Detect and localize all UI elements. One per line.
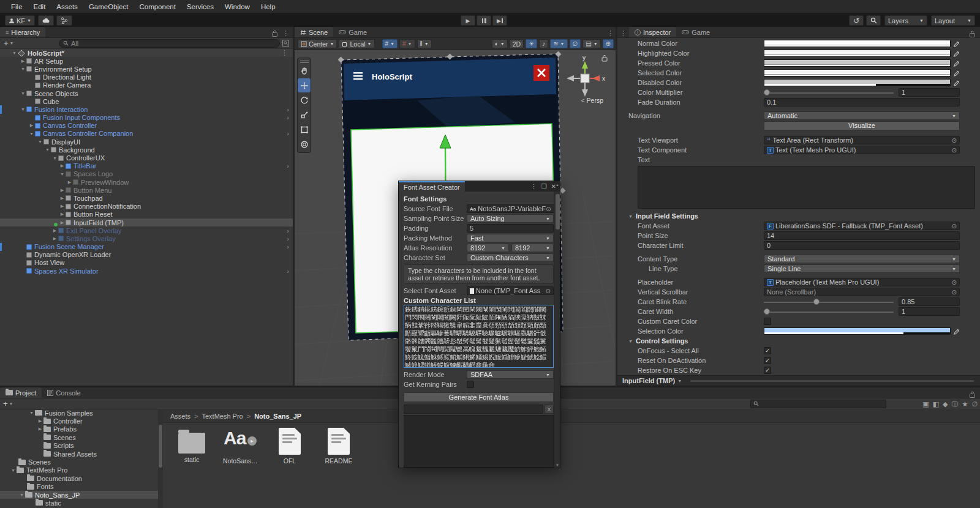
pause-button[interactable] — [477, 15, 491, 26]
hierarchy-item-spaces-xr-simulator[interactable]: Spaces XR Simulator› — [0, 267, 293, 275]
project-tree-scrollbar[interactable] — [158, 410, 163, 508]
caret-blink-rate-slider[interactable] — [764, 298, 894, 305]
window-scrollbar[interactable]: ▲ ▼ — [554, 192, 560, 468]
grid-visibility-button[interactable]: #▼ — [399, 39, 415, 48]
window-menu-icon[interactable]: ⋮ — [531, 183, 537, 190]
sampling-point-size-dropdown[interactable]: Auto Sizing▼ — [467, 214, 554, 223]
favorites-icon[interactable]: ★ — [962, 400, 968, 408]
hierarchy-item-exit-panel-overlay[interactable]: ▶Exit Panel Overlay› — [0, 226, 293, 234]
eyedropper-icon[interactable] — [953, 328, 960, 335]
view-tool-hand[interactable] — [298, 64, 311, 78]
hierarchy-item-connectionnotification[interactable]: ▶ConnectionNotification — [0, 203, 293, 211]
folder-fusion-samples[interactable]: ▼Fusion Samples — [0, 410, 158, 417]
vertical-scrollbar-object-field[interactable]: None (Scrollbar)⊙ — [764, 288, 960, 296]
hierarchy-item-environment-setup[interactable]: ▼Environment Setup — [0, 65, 293, 73]
eyedropper-icon[interactable] — [953, 70, 960, 77]
asset-static-folder[interactable]: static — [174, 428, 209, 465]
hierarchy-item-directional-light[interactable]: Directional Light — [0, 73, 293, 81]
object-picker-icon[interactable]: ⊙ — [952, 137, 957, 144]
inspector-footer-bar[interactable]: InputField (TMP) ▼ — [617, 375, 980, 386]
folder-documentation[interactable]: Documentation — [0, 474, 158, 482]
search-picker-icon[interactable] — [282, 40, 289, 47]
caret-width-value[interactable]: 1 — [899, 307, 960, 316]
hierarchy-item-canvas-controller[interactable]: ▶Canvas Controller — [0, 122, 293, 130]
undo-history-button[interactable]: ↺ — [849, 15, 864, 26]
get-kerning-pairs-checkbox[interactable] — [467, 381, 474, 388]
shading-mode-dropdown[interactable]: ◐▼ — [492, 39, 508, 48]
menu-help[interactable]: Help — [256, 2, 281, 12]
hierarchy-item-background[interactable]: ▼Background — [0, 146, 293, 154]
selected-color-swatch[interactable] — [764, 69, 951, 77]
menu-edit[interactable]: Edit — [29, 2, 51, 12]
input-field-settings-foldout[interactable]: ▼Input Field Settings — [617, 211, 980, 221]
atlas-width-dropdown[interactable]: 8192▼ — [467, 244, 509, 252]
hierarchy-item-displayui[interactable]: ▼DisplayUI — [0, 138, 293, 146]
hierarchy-item-controllerux[interactable]: ▼ControllerUX — [0, 154, 293, 162]
padding-input[interactable]: 5 — [467, 224, 554, 233]
move-snap-button[interactable]: ‖▼ — [417, 39, 432, 48]
hierarchy-item-dynamic-openxr-loader[interactable]: Dynamic OpenXR Loader — [0, 251, 293, 259]
hierarchy-item-titlebar[interactable]: ▶TitleBar› — [0, 162, 293, 170]
object-picker-icon[interactable]: ⊙ — [952, 147, 957, 154]
hierarchy-item-settings-overlay[interactable]: ▶Settings Overlay› — [0, 234, 293, 242]
custom-character-list-textarea[interactable]: 鋏銹銷錵錺鋺鋲錮閊閏閑閖閘閙閠閨閧閭閻閼閽閾閂閃閇闊闌闍闔闕阡阨阮阯陂陌陏陋陷陜… — [404, 305, 554, 368]
version-control-button[interactable] — [56, 15, 72, 26]
breadcrumb-assets[interactable]: Assets — [170, 413, 190, 420]
global-search-button[interactable] — [866, 15, 881, 26]
hierarchy-menu-icon[interactable]: ⋮ — [282, 29, 289, 37]
select-font-asset-object-field[interactable]: None (TMP_Font Ass⊙ — [467, 286, 554, 295]
object-picker-icon[interactable]: ⊙ — [546, 288, 551, 294]
tab-console[interactable]: Console — [42, 387, 86, 398]
prefab-open-chevron[interactable]: › — [287, 106, 289, 113]
scene-audio-button[interactable]: ♪ — [539, 39, 548, 48]
restore-on-esc-checkbox[interactable]: ✓ — [764, 367, 771, 374]
asset-readme[interactable]: README — [321, 428, 356, 465]
prefab-open-chevron[interactable]: › — [287, 114, 289, 121]
selection-color-swatch[interactable] — [764, 327, 951, 335]
folder-prefabs[interactable]: ▶Prefabs — [0, 425, 158, 433]
tab-game-right[interactable]: Game — [676, 27, 715, 37]
hidden-packages-icon[interactable]: ∅ — [971, 400, 978, 408]
tool-handle-rotation-dropdown[interactable]: Local▼ — [339, 39, 374, 48]
reset-on-deactivation-checkbox[interactable]: ✓ — [764, 357, 771, 364]
prefab-open-chevron[interactable]: › — [287, 130, 289, 137]
prefab-open-chevron[interactable]: › — [287, 162, 289, 170]
clear-atlas-button[interactable]: X — [545, 405, 554, 414]
character-limit-input[interactable]: 0 — [764, 241, 960, 250]
eyedropper-icon[interactable] — [953, 80, 960, 86]
folder-scenes[interactable]: Scenes — [0, 458, 158, 466]
hierarchy-item-cube[interactable]: Cube — [0, 97, 293, 105]
scene-lighting-button[interactable]: ☀ — [526, 39, 537, 48]
object-picker-icon[interactable]: ⊙ — [546, 206, 551, 212]
font-asset-creator-titlebar[interactable]: Font Asset Creator ⋮ ❐ ✕ — [399, 181, 560, 192]
asset-notosansjp-font[interactable]: Aa▸ NotoSansJ... — [223, 428, 258, 465]
hierarchy-item-button-menu[interactable]: ▶Button Menu — [0, 186, 293, 194]
scene-visibility-button[interactable]: ∅ — [570, 39, 581, 48]
breadcrumb-noto-sans-jp[interactable]: Noto_Sans_JP — [254, 413, 301, 420]
scale-tool[interactable] — [298, 108, 311, 122]
hierarchy-item-render-camera[interactable]: Render Camera — [0, 81, 293, 89]
fade-duration-input[interactable]: 0.1 — [764, 98, 960, 106]
hierarchy-item-spaces-logo[interactable]: ▼Spaces Logo — [0, 170, 293, 178]
onfocus-select-all-checkbox[interactable]: ✓ — [764, 347, 771, 354]
tab-scene[interactable]: Scene — [295, 27, 333, 37]
control-settings-foldout[interactable]: ▼Control Settings — [617, 336, 980, 346]
scene-options-icon[interactable]: ⋮ — [281, 49, 288, 57]
hierarchy-item-previewwindow[interactable]: ▶PreviewWindow — [0, 178, 293, 186]
menu-window[interactable]: Window — [220, 2, 255, 12]
menu-component[interactable]: Component — [134, 2, 180, 12]
hierarchy-item-inputfield-tmp[interactable]: ▶InputField (TMP) — [0, 219, 293, 226]
grid-snapping-button[interactable]: #▼ — [382, 39, 398, 48]
footer-drag-handle[interactable] — [690, 380, 974, 382]
render-mode-dropdown[interactable]: SDFAA▼ — [467, 370, 554, 379]
step-button[interactable]: ▶ — [492, 15, 507, 26]
folder-static[interactable]: static — [0, 499, 158, 507]
prefab-open-chevron[interactable]: › — [287, 227, 289, 234]
hierarchy-item-canvas-controller-companion[interactable]: ▼Canvas Controller Companion› — [0, 130, 293, 138]
hierarchy-item-touchpad[interactable]: ▶Touchpad — [0, 194, 293, 202]
hierarchy-item-holoscript[interactable]: ▼HoloScript*⋮ — [0, 49, 293, 57]
hierarchy-item-fusion-scene-manager[interactable]: Fusion Scene Manager› — [0, 243, 293, 251]
eyedropper-icon[interactable] — [953, 50, 960, 57]
menu-assets[interactable]: Assets — [51, 2, 83, 12]
play-button[interactable]: ▶ — [461, 15, 475, 26]
